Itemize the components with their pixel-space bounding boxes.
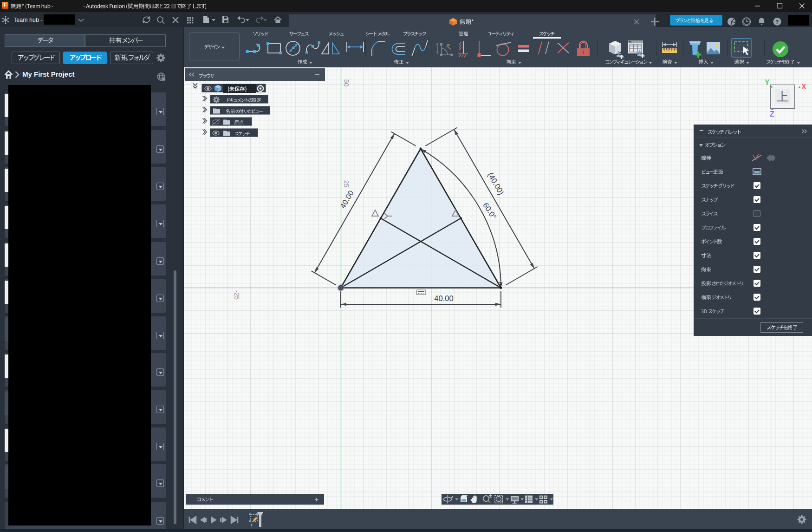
svg-text:-25: -25	[233, 290, 240, 300]
svg-text:?: ?	[775, 19, 779, 25]
svg-text:(40.00): (40.00)	[486, 171, 506, 196]
svg-text:Team hub -: Team hub -	[13, 17, 43, 23]
svg-text:50: 50	[343, 79, 350, 87]
svg-text:25: 25	[343, 180, 350, 188]
svg-text:40.00: 40.00	[434, 294, 453, 302]
svg-text:60.0°: 60.0°	[481, 201, 498, 221]
